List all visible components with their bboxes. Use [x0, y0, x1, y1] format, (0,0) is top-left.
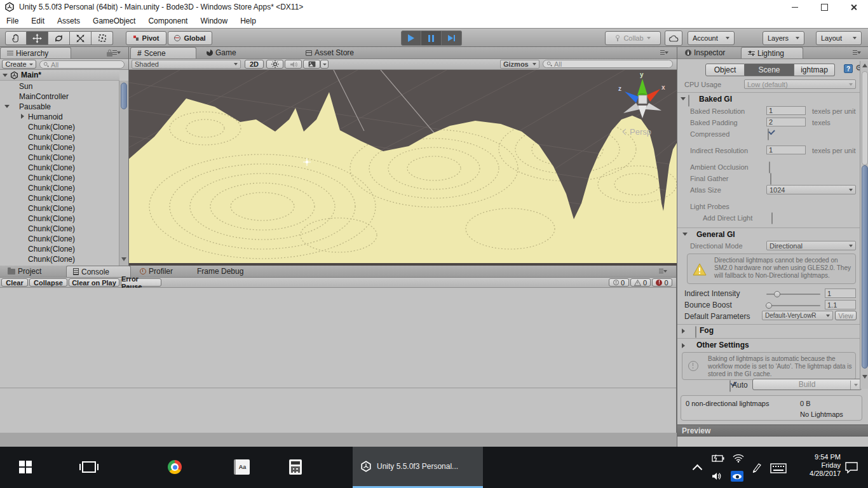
global-toggle-button[interactable]: Global — [168, 31, 212, 45]
create-button[interactable]: Create — [2, 60, 36, 69]
clear-button[interactable]: Clear — [1, 278, 28, 287]
tree-item-pausable[interactable]: Pausable — [0, 101, 119, 111]
auto-checkbox[interactable] — [729, 380, 731, 392]
action-center-icon[interactable] — [845, 462, 858, 473]
lighting-scrollbar-thumb[interactable] — [862, 165, 868, 369]
bounce-boost-slider-thumb[interactable] — [766, 302, 772, 309]
menu-window[interactable]: Window — [194, 17, 234, 25]
tree-item-chunk[interactable]: Chunk(Clone) — [0, 121, 119, 132]
tab-game[interactable]: Game — [200, 47, 259, 58]
error-count-button[interactable]: 0 — [652, 278, 672, 287]
directional-mode-dropdown[interactable]: Directional — [766, 241, 856, 250]
hand-tool-button[interactable] — [5, 31, 27, 45]
foldout-closed-icon[interactable] — [21, 114, 24, 119]
tab-inspector[interactable]: Inspector — [679, 47, 740, 58]
tree-item-chunk[interactable]: Chunk(Clone) — [0, 193, 119, 203]
tab-project[interactable]: Project — [1, 266, 64, 277]
menu-help[interactable]: Help — [234, 17, 262, 25]
layout-dropdown[interactable]: Layout — [816, 31, 862, 45]
atlas-size-dropdown[interactable]: 1024 — [766, 185, 856, 194]
move-tool-button[interactable] — [27, 31, 48, 45]
hierarchy-scene-row[interactable]: Main* — [0, 70, 119, 81]
error-pause-button[interactable]: Error Pause — [121, 278, 161, 287]
console-log-area[interactable] — [0, 288, 676, 388]
lighting-mode-object[interactable]: Object — [705, 64, 745, 76]
baked-padding-field[interactable]: 2 — [766, 118, 806, 126]
scale-tool-button[interactable] — [70, 31, 92, 45]
scroll-up-icon[interactable] — [862, 64, 867, 67]
indirect-intensity-slider-thumb[interactable] — [774, 291, 780, 297]
clear-on-play-button[interactable]: Clear on Play — [69, 278, 119, 287]
foldout-open-icon[interactable] — [3, 74, 8, 77]
tab-scene[interactable]: # Scene — [130, 47, 196, 58]
rect-tool-button[interactable] — [92, 31, 113, 45]
general-gi-foldout-icon[interactable] — [682, 233, 688, 236]
collab-dropdown[interactable]: Collab — [605, 31, 661, 45]
indirect-intensity-field[interactable]: 1 — [825, 288, 856, 298]
gizmos-dropdown[interactable]: Gizmos — [500, 60, 539, 69]
scene-audio-toggle[interactable] — [285, 60, 302, 69]
hierarchy-scrollbar-thumb[interactable] — [121, 83, 127, 109]
tree-item-chunk[interactable]: Chunk(Clone) — [0, 203, 119, 213]
baked-gi-checkbox[interactable] — [688, 95, 689, 107]
tree-item-chunk[interactable]: Chunk(Clone) — [0, 172, 119, 182]
layers-dropdown[interactable]: Layers — [763, 31, 804, 45]
tray-chevron-icon[interactable] — [693, 464, 703, 475]
axis-y-label[interactable]: y — [640, 71, 644, 78]
hierarchy-scrollbar[interactable] — [119, 81, 128, 266]
build-arrow-icon[interactable] — [854, 384, 858, 386]
dictionary-taskbar-button[interactable]: Aa — [229, 456, 254, 478]
default-parameters-dropdown[interactable]: Default-VeryLowR — [762, 311, 833, 320]
tree-item-humanoid[interactable]: Humanoid — [0, 111, 119, 121]
step-button[interactable] — [442, 30, 462, 46]
final-gather-checkbox[interactable] — [770, 173, 771, 185]
play-button[interactable] — [401, 30, 421, 46]
scene-viewport[interactable]: y x z Persp — [129, 70, 677, 263]
menu-gameobject[interactable]: GameObject — [86, 17, 142, 25]
scroll-down-icon[interactable] — [121, 257, 126, 261]
tray-clock[interactable]: 9:54 PM Friday 4/28/2017 — [793, 453, 841, 478]
build-button[interactable]: Build — [752, 379, 862, 390]
preview-bar[interactable]: Preview — [677, 424, 868, 437]
cpu-usage-dropdown[interactable]: Low (default) — [744, 79, 856, 89]
fog-checkbox[interactable] — [695, 326, 696, 338]
tree-item-chunk[interactable]: Chunk(Clone) — [0, 233, 119, 243]
baked-gi-foldout-icon[interactable] — [681, 97, 686, 100]
hierarchy-search-input[interactable]: All — [39, 60, 125, 69]
minimize-button[interactable] — [780, 0, 810, 14]
perspective-toggle[interactable]: Persp — [623, 127, 651, 137]
tree-item-chunk[interactable]: Chunk(Clone) — [0, 152, 119, 162]
cloud-button[interactable] — [665, 30, 682, 46]
tree-item-chunk[interactable]: Chunk(Clone) — [0, 213, 119, 223]
scene-effects-arrow[interactable] — [320, 60, 329, 69]
collapse-button[interactable]: Collapse — [29, 278, 67, 287]
bounce-boost-slider[interactable] — [766, 305, 820, 306]
start-button[interactable] — [13, 456, 38, 478]
other-settings-foldout-icon[interactable] — [682, 343, 685, 348]
console-detail-area[interactable] — [0, 388, 676, 433]
compressed-checkbox[interactable] — [768, 128, 769, 140]
eye-care-tray-icon[interactable] — [731, 471, 743, 482]
close-button[interactable] — [839, 0, 868, 14]
tab-frame-debug[interactable]: Frame Debug — [191, 266, 254, 277]
lighting-mode-lightmap[interactable]: ightmap — [794, 64, 835, 76]
foldout-open-icon[interactable] — [4, 105, 10, 108]
fog-foldout-icon[interactable] — [682, 329, 685, 334]
scene-lighting-toggle[interactable] — [266, 60, 283, 69]
axis-x-label[interactable]: x — [661, 84, 665, 91]
axis-z-label[interactable]: z — [618, 85, 621, 92]
add-direct-light-checkbox[interactable] — [771, 212, 773, 224]
task-view-button[interactable] — [76, 456, 102, 478]
scene-orientation-gizmo[interactable]: y x z — [618, 71, 665, 118]
tab-asset-store[interactable]: Asset Store — [299, 47, 376, 58]
chrome-taskbar-button[interactable] — [162, 456, 187, 478]
baked-resolution-field[interactable]: 1 — [766, 106, 806, 115]
help-button[interactable]: ? — [844, 64, 853, 73]
wifi-icon[interactable] — [733, 454, 744, 463]
tree-item-sun[interactable]: Sun — [0, 81, 119, 91]
battery-icon[interactable] — [712, 454, 724, 462]
tree-item-chunk[interactable]: Chunk(Clone) — [0, 132, 119, 142]
info-count-button[interactable]: 0 — [609, 278, 629, 287]
menu-file[interactable]: File — [5, 17, 25, 25]
touch-keyboard-icon[interactable] — [770, 463, 787, 473]
